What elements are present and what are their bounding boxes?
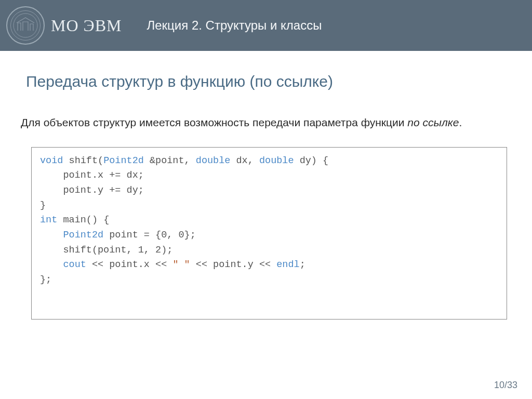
code-line-4: } bbox=[40, 198, 498, 214]
logo-emblem bbox=[6, 6, 45, 45]
page-number: 10/33 bbox=[494, 380, 517, 391]
code-line-7: Point2d point = {0, 0}; bbox=[40, 228, 498, 243]
slide-content: Передача структур в функцию (по ссылке) … bbox=[0, 51, 532, 320]
lecture-title: Лекция 2. Структуры и классы bbox=[147, 18, 322, 33]
code-line-8: shift(point, 1, 2); bbox=[40, 243, 498, 258]
slide-header: МО ЭВМ Лекция 2. Структуры и классы bbox=[0, 0, 532, 51]
brand-text: МО ЭВМ bbox=[51, 16, 122, 35]
body-suffix: . bbox=[459, 116, 462, 128]
code-line-1: void shift(Point2d &point, double dx, do… bbox=[40, 154, 498, 169]
code-line-10: }; bbox=[40, 273, 498, 288]
logo-inner-icon bbox=[10, 10, 41, 41]
code-line-2: point.x += dx; bbox=[40, 168, 498, 183]
svg-point-0 bbox=[14, 14, 37, 37]
body-paragraph: Для объектов структур имеется возможност… bbox=[21, 114, 511, 131]
body-italic: по ссылке bbox=[407, 116, 459, 128]
code-line-6: int main() { bbox=[40, 213, 498, 228]
body-prefix: Для объектов структур имеется возможност… bbox=[21, 116, 407, 128]
code-block: void shift(Point2d &point, double dx, do… bbox=[31, 147, 507, 320]
code-line-9: cout << point.x << " " << point.y << end… bbox=[40, 258, 498, 273]
code-line-3: point.y += dy; bbox=[40, 183, 498, 198]
section-title: Передача структур в функцию (по ссылке) bbox=[26, 73, 511, 90]
